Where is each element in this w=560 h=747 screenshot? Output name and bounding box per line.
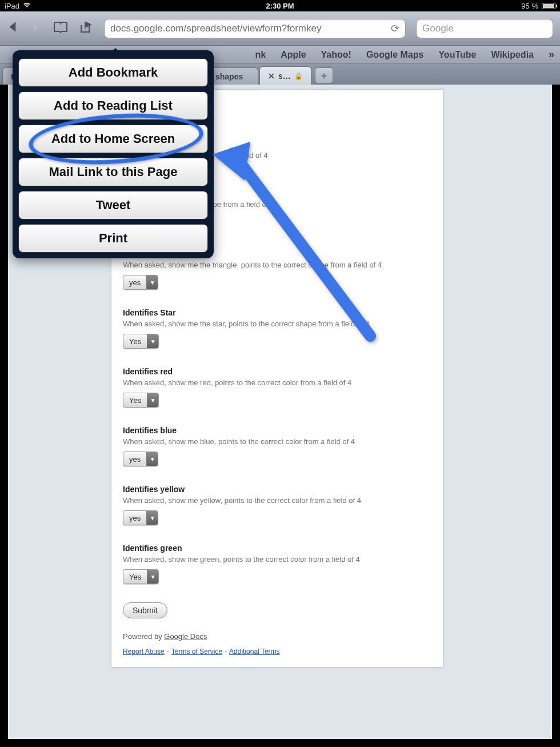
- add-bookmark-button[interactable]: Add Bookmark: [18, 58, 208, 87]
- search-field[interactable]: Google: [416, 19, 553, 38]
- select-value: Yes: [123, 570, 147, 584]
- url-text: docs.google.com/spreadsheet/viewform?for…: [110, 23, 387, 34]
- new-tab-button[interactable]: ＋: [315, 67, 333, 83]
- field-help: When asked, show me green, points to the…: [123, 555, 431, 564]
- additional-terms-link[interactable]: Additional Terms: [229, 648, 280, 656]
- close-icon[interactable]: ✕: [268, 71, 275, 81]
- form-field: Identifies blueWhen asked, show me blue,…: [123, 426, 431, 466]
- select-value: yes: [123, 452, 146, 466]
- form-field: Identifies greenWhen asked, show me gree…: [123, 544, 431, 584]
- bookmark-item[interactable]: Apple: [281, 50, 306, 60]
- lock-icon: 🔒: [294, 72, 303, 80]
- wifi-icon: [23, 2, 31, 10]
- field-help: When asked, show me blue, points to the …: [123, 437, 431, 446]
- field-select[interactable]: Yes▼: [123, 393, 159, 408]
- field-help: When asked, show me yellow, points to th…: [123, 496, 431, 505]
- status-bar: iPad 2:30 PM 95 %: [0, 0, 560, 11]
- bookmark-item[interactable]: nk: [255, 50, 266, 60]
- url-field[interactable]: docs.google.com/spreadsheet/viewform?for…: [104, 19, 406, 38]
- clock: 2:30 PM: [266, 2, 294, 10]
- chevron-down-icon: ▼: [146, 511, 158, 525]
- tab-label: shapes: [215, 72, 243, 81]
- field-help: When asked, show me the star, points to …: [123, 319, 431, 328]
- field-select[interactable]: yes▼: [123, 510, 158, 525]
- add-reading-list-button[interactable]: Add to Reading List: [18, 91, 208, 120]
- report-abuse-link[interactable]: Report Abuse: [123, 648, 165, 656]
- add-home-screen-button[interactable]: Add to Home Screen: [18, 125, 208, 153]
- bookmarks-overflow-icon[interactable]: »: [549, 49, 554, 61]
- status-right: 95 %: [521, 2, 555, 10]
- field-select[interactable]: Yes▼: [123, 569, 159, 584]
- reload-icon[interactable]: ⟳: [391, 22, 399, 35]
- field-help: When asked, show me red, points to the c…: [123, 378, 431, 387]
- bookmark-item[interactable]: YouTube: [438, 50, 476, 60]
- field-label: Identifies Star: [123, 308, 431, 317]
- select-value: Yes: [123, 393, 147, 407]
- powered-by: Powered by Google Docs: [123, 632, 431, 641]
- share-popover: Add Bookmark Add to Reading List Add to …: [13, 50, 214, 258]
- form-field: Identifies StarWhen asked, show me the s…: [123, 308, 431, 349]
- google-docs-link[interactable]: Google Docs: [164, 632, 207, 641]
- bookmarks-button[interactable]: [53, 21, 69, 37]
- field-label: Identifies red: [123, 367, 431, 376]
- share-button[interactable]: [79, 21, 94, 37]
- field-label: Identifies blue: [123, 426, 431, 435]
- submit-button[interactable]: Submit: [123, 602, 167, 618]
- tweet-button[interactable]: Tweet: [18, 191, 208, 219]
- bookmark-item[interactable]: Wikipedia: [491, 50, 534, 60]
- battery-percent: 95 %: [521, 2, 538, 10]
- form-field: Identifies yellowWhen asked, show me yel…: [123, 485, 431, 525]
- footer-links: Report Abuse-Terms of Service-Additional…: [123, 648, 431, 656]
- search-placeholder: Google: [422, 23, 454, 34]
- tab[interactable]: shapes: [207, 67, 258, 85]
- tab-label: s…: [278, 71, 291, 81]
- chevron-down-icon: ▼: [146, 452, 158, 466]
- bookmark-item[interactable]: Yahoo!: [321, 50, 351, 60]
- select-value: yes: [123, 511, 146, 525]
- bookmark-item[interactable]: Google Maps: [366, 50, 423, 60]
- field-select[interactable]: Yes▼: [123, 334, 159, 349]
- tos-link[interactable]: Terms of Service: [171, 648, 222, 656]
- chevron-down-icon: ▼: [147, 393, 158, 407]
- chevron-down-icon: ▼: [147, 570, 158, 584]
- field-help: When asked, show me the triangle, points…: [123, 261, 431, 269]
- back-button[interactable]: [7, 21, 19, 37]
- field-select[interactable]: yes▼: [123, 452, 158, 466]
- select-value: yes: [123, 275, 146, 289]
- chevron-down-icon: ▼: [146, 275, 158, 289]
- ipad-screen: iPad 2:30 PM 95 % docs.google.com/spread…: [0, 0, 560, 747]
- field-select[interactable]: yes▼: [123, 275, 158, 290]
- device-label: iPad: [5, 2, 19, 10]
- tab-active[interactable]: ✕ s… 🔒: [259, 66, 311, 85]
- battery-icon: [542, 3, 555, 9]
- powered-prefix: Powered by: [123, 632, 164, 641]
- print-button[interactable]: Print: [18, 224, 208, 253]
- select-value: Yes: [123, 334, 147, 348]
- forward-button[interactable]: [30, 21, 42, 37]
- mail-link-button[interactable]: Mail Link to this Page: [18, 158, 208, 186]
- field-label: Identifies green: [123, 544, 431, 553]
- form-field: Identifies redWhen asked, show me red, p…: [123, 367, 431, 408]
- field-label: Identifies yellow: [123, 485, 431, 494]
- browser-toolbar: docs.google.com/spreadsheet/viewform?for…: [0, 11, 560, 46]
- chevron-down-icon: ▼: [147, 334, 158, 348]
- status-left: iPad: [5, 2, 31, 10]
